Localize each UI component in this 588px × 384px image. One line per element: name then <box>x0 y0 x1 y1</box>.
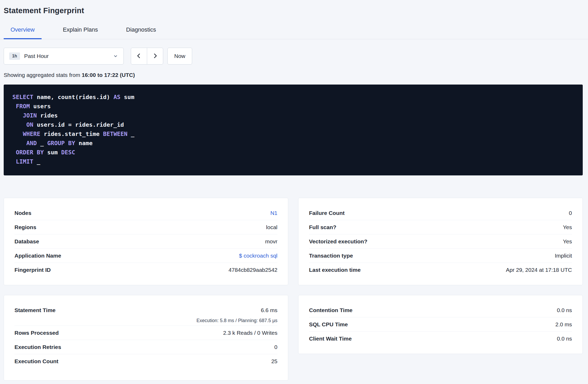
time-controls: 1h Past Hour <box>4 48 583 65</box>
prev-time-button[interactable] <box>131 48 147 65</box>
row-subvalue: Execution: 5.8 ms / Planning: 687.5 µs <box>14 317 277 324</box>
row-label: Application Name <box>14 253 61 259</box>
table-row: Execution Count 25 <box>14 354 277 368</box>
row-value: Yes <box>563 238 572 245</box>
row-value: movr <box>265 238 277 245</box>
table-row: Database movr <box>14 234 277 249</box>
next-time-button[interactable] <box>147 48 163 65</box>
table-row: Application Name $ cockroach sql <box>14 249 277 263</box>
stats-summary-prefix: Showing aggregated stats from <box>4 72 80 78</box>
now-button[interactable]: Now <box>167 48 192 65</box>
table-row: Statement Time 6.6 ms Execution: 5.8 ms … <box>14 303 277 326</box>
row-label: Failure Count <box>309 210 345 216</box>
time-interval-dropdown[interactable]: 1h Past Hour <box>4 48 124 65</box>
table-row: Nodes N1 <box>14 206 277 220</box>
row-label: Client Wait Time <box>309 336 352 342</box>
row-value: Implicit <box>555 253 572 259</box>
page-content: 1h Past Hour <box>0 48 588 381</box>
table-row: Client Wait Time 0.0 ns <box>309 332 572 346</box>
row-label: Fingerprint ID <box>14 267 51 273</box>
row-label: Contention Time <box>309 307 352 313</box>
statement-fingerprint-page: Statement Fingerprint Overview Explain P… <box>0 0 588 384</box>
table-row: Fingerprint ID 4784cb829aab2542 <box>14 263 277 277</box>
wait-time-card: Contention Time 0.0 ns SQL CPU Time 2.0 … <box>298 295 583 354</box>
row-label: Statement Time <box>14 307 56 313</box>
table-row: Transaction type Implicit <box>309 249 572 263</box>
stats-summary: Showing aggregated stats from 16:00 to 1… <box>4 72 583 78</box>
table-row: Vectorized execution? Yes <box>309 234 572 249</box>
timing-card: Statement Time 6.6 ms Execution: 5.8 ms … <box>4 295 288 381</box>
row-value: Apr 29, 2024 at 17:18 UTC <box>506 267 572 273</box>
row-value: 0 <box>569 210 572 216</box>
row-label: Vectorized execution? <box>309 238 367 245</box>
row-main: Statement Time 6.6 ms <box>14 303 277 317</box>
tab-overview[interactable]: Overview <box>4 22 42 39</box>
table-row: SQL CPU Time 2.0 ms <box>309 317 572 332</box>
table-row: Full scan? Yes <box>309 220 572 234</box>
table-row: Rows Processed 2.3 k Reads / 0 Writes <box>14 326 277 340</box>
row-label: SQL CPU Time <box>309 321 348 328</box>
row-value: 2.0 ms <box>555 321 572 328</box>
nodes-link[interactable]: N1 <box>270 210 277 216</box>
page-title: Statement Fingerprint <box>4 6 583 15</box>
row-value: 2.3 k Reads / 0 Writes <box>223 330 277 336</box>
sql-box: SELECT name, count(rides.id) AS sum FROM… <box>4 85 583 175</box>
stats-summary-range: 16:00 to 17:22 (UTC) <box>82 72 135 78</box>
table-row: Execution Retries 0 <box>14 340 277 354</box>
interval-label: Past Hour <box>24 53 49 59</box>
row-label: Full scan? <box>309 224 336 230</box>
table-row: Failure Count 0 <box>309 206 572 220</box>
summary-cards-row-2: Statement Time 6.6 ms Execution: 5.8 ms … <box>4 295 583 381</box>
row-label: Transaction type <box>309 253 353 259</box>
row-label: Last execution time <box>309 267 361 273</box>
row-value: 6.6 ms <box>261 307 277 313</box>
execution-attributes-card: Failure Count 0 Full scan? Yes Vectorize… <box>298 198 583 285</box>
tab-bar: Overview Explain Plans Diagnostics <box>0 22 588 39</box>
row-label: Regions <box>14 224 36 230</box>
row-value: 0.0 ns <box>557 336 572 342</box>
row-value: 0.0 ns <box>557 307 572 313</box>
tab-diagnostics[interactable]: Diagnostics <box>119 22 163 39</box>
row-value: 4784cb829aab2542 <box>228 267 277 273</box>
overview-card: Nodes N1 Regions local Database movr App… <box>4 198 288 285</box>
table-row: Regions local <box>14 220 277 234</box>
chevron-down-icon <box>113 53 118 59</box>
table-row: Contention Time 0.0 ns <box>309 303 572 317</box>
chevron-right-icon <box>152 53 158 60</box>
time-step-buttons <box>131 48 163 65</box>
tab-explain-plans[interactable]: Explain Plans <box>56 22 105 39</box>
application-name-link[interactable]: $ cockroach sql <box>239 253 277 259</box>
row-value: 25 <box>271 358 277 365</box>
row-value: local <box>266 224 277 230</box>
interval-badge: 1h <box>9 52 20 60</box>
row-label: Execution Retries <box>14 344 61 350</box>
table-row: Last execution time Apr 29, 2024 at 17:1… <box>309 263 572 277</box>
row-value: Yes <box>563 224 572 230</box>
row-value: 0 <box>274 344 277 350</box>
row-label: Nodes <box>14 210 31 216</box>
page-header: Statement Fingerprint <box>0 0 588 15</box>
row-label: Database <box>14 238 39 245</box>
summary-cards-row-1: Nodes N1 Regions local Database movr App… <box>4 198 583 285</box>
chevron-left-icon <box>136 53 142 60</box>
row-label: Rows Processed <box>14 330 59 336</box>
sql-code: SELECT name, count(rides.id) AS sum FROM… <box>12 92 575 166</box>
row-label: Execution Count <box>14 358 58 365</box>
